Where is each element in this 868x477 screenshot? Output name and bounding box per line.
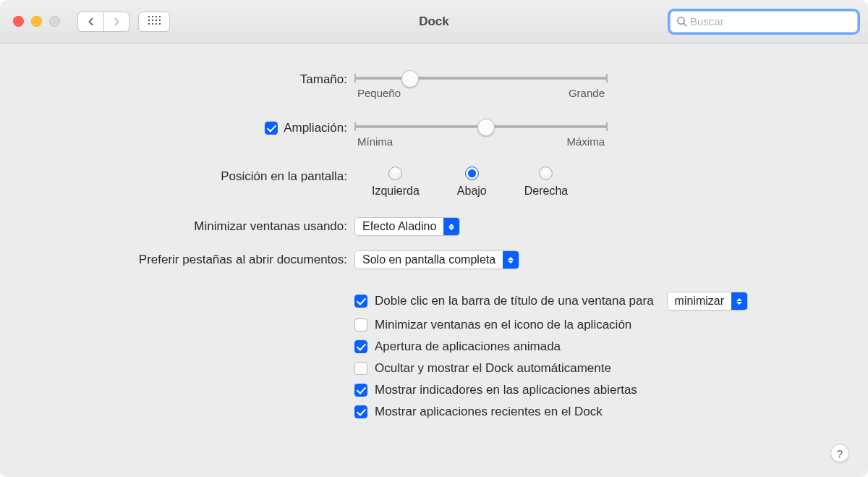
size-slider[interactable]: [354, 69, 608, 85]
close-button[interactable]: [13, 16, 24, 27]
auto-hide-checkbox[interactable]: [354, 362, 367, 375]
magnification-max-label: Máxima: [566, 135, 605, 148]
minimize-effect-value: Efecto Aladino: [362, 220, 436, 233]
double-click-action-value: minimizar: [675, 295, 724, 308]
grid-icon: [148, 16, 160, 28]
svg-line-1: [684, 23, 686, 26]
position-right-label: Derecha: [524, 185, 568, 198]
label-magnification: Ampliación:: [284, 121, 347, 135]
label-minimize-effect: Minimizar ventanas usando:: [194, 219, 347, 234]
magnification-min-label: Mínima: [357, 135, 393, 148]
animate-opening-checkbox[interactable]: [354, 340, 367, 353]
size-max-label: Grande: [569, 87, 605, 99]
toolbar: Dock: [0, 0, 868, 43]
zoom-button[interactable]: [49, 16, 60, 27]
double-click-action-popup[interactable]: minimizar: [667, 292, 748, 311]
search-wrap: [670, 11, 858, 33]
magnification-slider[interactable]: [354, 118, 608, 134]
size-min-label: Pequeño: [357, 87, 401, 99]
stepper-caps-icon: [443, 218, 459, 235]
position-radio-group: Izquierda Abajo Derecha: [354, 166, 568, 198]
minimize-into-icon-label: Minimizar ventanas en el icono de la apl…: [375, 318, 631, 332]
show-indicators-label: Mostrar indicadores en las aplicaciones …: [375, 383, 637, 397]
position-bottom-radio[interactable]: [465, 166, 479, 180]
show-recents-label: Mostrar aplicaciones recientes en el Doc…: [375, 405, 603, 419]
size-slider-thumb[interactable]: [401, 70, 419, 88]
auto-hide-label: Ocultar y mostrar el Dock automáticament…: [375, 361, 611, 376]
show-all-group: [138, 12, 170, 32]
chevron-left-icon: [86, 17, 96, 27]
position-bottom-label: Abajo: [457, 185, 487, 198]
stepper-caps-icon: [503, 251, 519, 269]
forward-button[interactable]: [103, 12, 129, 32]
help-button[interactable]: ?: [830, 444, 849, 463]
animate-opening-label: Apertura de aplicaciones animada: [375, 339, 561, 354]
label-prefer-tabs: Preferir pestañas al abrir documentos:: [139, 253, 347, 267]
nav-buttons: [77, 12, 129, 32]
label-size: Tamaño:: [300, 72, 347, 87]
minimize-into-icon-checkbox[interactable]: [354, 318, 367, 332]
position-left-label: Izquierda: [372, 185, 420, 198]
double-click-checkbox[interactable]: [354, 295, 367, 308]
position-right-radio[interactable]: [539, 166, 553, 180]
show-recents-checkbox[interactable]: [354, 405, 367, 418]
content-pane: Tamaño: Pequeño Grande Ampliación:: [0, 43, 868, 477]
search-input[interactable]: [687, 14, 851, 28]
chevron-right-icon: [111, 17, 122, 27]
window-controls: [13, 16, 60, 27]
minimize-button[interactable]: [31, 16, 42, 27]
minimize-effect-popup[interactable]: Efecto Aladino: [354, 217, 460, 236]
stepper-caps-icon: [731, 292, 747, 310]
label-position: Posición en la pantalla:: [221, 169, 347, 184]
magnification-checkbox[interactable]: [265, 122, 278, 135]
magnification-slider-thumb[interactable]: [477, 119, 495, 136]
help-icon: ?: [837, 447, 843, 460]
back-button[interactable]: [77, 12, 103, 32]
search-field[interactable]: [670, 11, 858, 33]
show-all-button[interactable]: [138, 12, 170, 32]
prefer-tabs-value: Solo en pantalla completa: [362, 253, 495, 266]
position-left-radio[interactable]: [388, 166, 402, 180]
options-list: Doble clic en la barra de título de una …: [354, 292, 748, 419]
double-click-label: Doble clic en la barra de título de una …: [375, 294, 654, 308]
search-icon: [676, 16, 687, 27]
show-indicators-checkbox[interactable]: [354, 384, 367, 397]
prefer-tabs-popup[interactable]: Solo en pantalla completa: [354, 250, 519, 269]
